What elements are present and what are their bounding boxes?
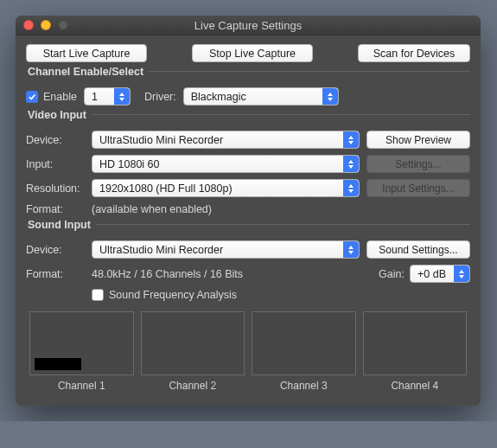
video-settings-button: Settings...	[366, 155, 470, 173]
channel-preview-2	[141, 311, 245, 375]
sound-format-label: Format:	[26, 268, 92, 280]
stop-live-capture-button[interactable]: Stop Live Capture	[192, 44, 313, 62]
input-settings-button: Input Settings...	[366, 179, 470, 197]
sound-section-title: Sound Input	[28, 219, 96, 231]
channel-col: Channel 1	[29, 311, 134, 392]
resolution-select[interactable]: 1920x1080 (HD Full 1080p)	[92, 179, 360, 197]
video-device-value: UltraStudio Mini Recorder	[99, 134, 223, 146]
channel-preview-1	[29, 311, 134, 375]
sfa-checkbox[interactable]	[92, 289, 104, 301]
channel-label: Channel 2	[141, 380, 245, 392]
gain-label: Gain:	[379, 268, 405, 280]
channel-section-title: Channel Enable/Select	[28, 66, 149, 78]
channel-label: Channel 3	[252, 380, 356, 392]
gain-value: +0 dB	[417, 268, 446, 280]
content: Start Live Capture Stop Live Capture Sca…	[16, 35, 481, 406]
chevron-updown-icon	[343, 131, 359, 148]
sfa-label: Sound Frequency Analysis	[109, 289, 237, 301]
enable-checkbox[interactable]	[26, 91, 38, 103]
level-meter	[35, 358, 81, 370]
chevron-updown-icon	[343, 180, 359, 196]
sound-device-label: Device:	[26, 244, 92, 256]
stepper-icon	[114, 88, 130, 105]
channel-preview-4	[363, 311, 468, 375]
chevron-updown-icon	[343, 241, 359, 258]
chevron-updown-icon	[343, 156, 359, 172]
sound-settings-button[interactable]: Sound Settings...	[366, 240, 470, 259]
video-section-title: Video Input	[28, 109, 92, 121]
sound-section: Sound Input Device: UltraStudio Mini Rec…	[26, 224, 470, 392]
enable-label: Enable	[43, 91, 77, 103]
driver-label: Driver:	[144, 91, 176, 103]
scan-for-devices-button[interactable]: Scan for Devices	[358, 44, 470, 62]
chevron-updown-icon	[454, 266, 469, 282]
chevron-updown-icon	[322, 88, 338, 105]
channel-number-select[interactable]: 1	[84, 87, 131, 106]
start-live-capture-button[interactable]: Start Live Capture	[26, 44, 147, 62]
video-device-label: Device:	[26, 134, 92, 146]
resolution-label: Resolution:	[26, 182, 92, 195]
channel-label: Channel 4	[363, 380, 468, 392]
sound-device-value: UltraStudio Mini Recorder	[99, 244, 223, 256]
channel-label: Channel 1	[29, 380, 134, 392]
video-format-value: (available when enabled)	[92, 203, 212, 215]
driver-value: Blackmagic	[191, 91, 246, 103]
sound-format-value: 48.0kHz / 16 Channels / 16 Bits	[92, 268, 243, 280]
channel-section: Channel Enable/Select Enable 1 Driver:	[26, 71, 470, 106]
video-input-select[interactable]: HD 1080i 60	[92, 155, 360, 173]
video-device-select[interactable]: UltraStudio Mini Recorder	[92, 131, 360, 149]
titlebar: Live Capture Settings	[16, 16, 481, 35]
video-input-label: Input:	[26, 158, 92, 170]
resolution-value: 1920x1080 (HD Full 1080p)	[99, 182, 233, 195]
gain-select[interactable]: +0 dB	[410, 265, 470, 283]
video-section: Video Input Device: UltraStudio Mini Rec…	[26, 114, 470, 215]
video-format-label: Format:	[26, 203, 92, 215]
sound-device-select[interactable]: UltraStudio Mini Recorder	[92, 240, 360, 259]
channel-col: Channel 3	[252, 311, 356, 392]
channel-preview-3	[252, 311, 356, 375]
window: Live Capture Settings Start Live Capture…	[16, 16, 481, 406]
window-title: Live Capture Settings	[16, 19, 481, 32]
top-buttons: Start Live Capture Stop Live Capture Sca…	[26, 44, 470, 62]
video-input-value: HD 1080i 60	[99, 158, 160, 170]
channel-col: Channel 2	[141, 311, 245, 392]
driver-select[interactable]: Blackmagic	[183, 87, 339, 106]
show-preview-button[interactable]: Show Preview	[366, 131, 470, 149]
channel-number-value: 1	[92, 91, 98, 103]
channel-col: Channel 4	[363, 311, 468, 392]
channels-row: Channel 1 Channel 2 Channel 3 Channel 4	[26, 311, 470, 392]
check-icon	[28, 93, 36, 101]
